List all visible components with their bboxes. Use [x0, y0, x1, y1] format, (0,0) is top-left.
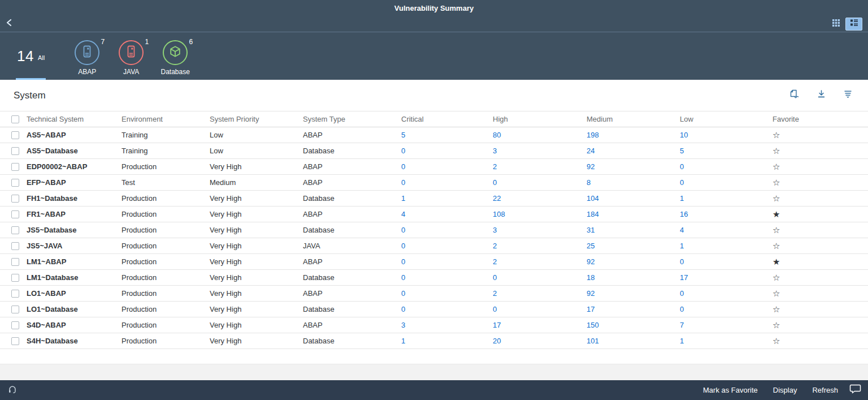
medium-count-link[interactable]: 104 [587, 194, 599, 203]
critical-count-link[interactable]: 0 [401, 226, 405, 234]
table-row[interactable]: JS5~JAVA Production Very High JAVA 0 2 2… [0, 238, 868, 254]
table-row[interactable]: LM1~ABAP Production Very High ABAP 0 2 9… [0, 254, 868, 270]
low-count-link[interactable]: 1 [680, 194, 684, 203]
low-count-link[interactable]: 1 [680, 242, 684, 250]
column-header-favorite[interactable]: Favorite [772, 111, 868, 127]
row-checkbox[interactable] [11, 179, 19, 187]
row-checkbox[interactable] [11, 306, 19, 313]
high-count-link[interactable]: 80 [493, 131, 501, 139]
table-row[interactable]: LM1~Database Production Very High Databa… [0, 270, 868, 286]
critical-count-link[interactable]: 4 [401, 210, 405, 218]
filter-button[interactable] [842, 90, 853, 101]
low-count-link[interactable]: 16 [680, 210, 688, 218]
row-checkbox[interactable] [11, 147, 19, 155]
high-count-link[interactable]: 3 [493, 226, 497, 234]
table-row[interactable]: EFP~ABAP Test Medium ABAP 0 0 8 0 ☆ [0, 175, 868, 191]
row-checkbox[interactable] [11, 242, 19, 250]
table-row[interactable]: JS5~Database Production Very High Databa… [0, 222, 868, 238]
select-all-checkbox[interactable] [11, 115, 19, 123]
low-count-link[interactable]: 17 [680, 273, 688, 282]
high-count-link[interactable]: 3 [493, 147, 497, 155]
table-row[interactable]: FH1~Database Production Very High Databa… [0, 191, 868, 207]
favorite-star-icon[interactable]: ☆ [772, 162, 780, 171]
medium-count-link[interactable]: 25 [587, 242, 594, 250]
table-row[interactable]: AS5~Database Training Low Database 0 3 2… [0, 143, 868, 159]
download-button[interactable] [815, 90, 827, 101]
row-checkbox[interactable] [11, 290, 19, 298]
favorite-star-icon[interactable]: ★ [772, 209, 780, 219]
table-row[interactable]: LO1~ABAP Production Very High ABAP 0 2 9… [0, 286, 868, 302]
filter-tab-all[interactable]: 14 All [16, 32, 46, 80]
high-count-link[interactable]: 2 [493, 257, 497, 266]
critical-count-link[interactable]: 0 [401, 147, 405, 155]
medium-count-link[interactable]: 150 [587, 321, 599, 329]
low-count-link[interactable]: 7 [680, 321, 684, 329]
medium-count-link[interactable]: 92 [587, 289, 594, 298]
column-header-system-priority[interactable]: System Priority [210, 111, 303, 127]
critical-count-link[interactable]: 0 [401, 242, 405, 250]
row-checkbox[interactable] [11, 226, 19, 234]
column-header-medium[interactable]: Medium [587, 111, 680, 127]
low-count-link[interactable]: 10 [680, 131, 688, 139]
high-count-link[interactable]: 0 [493, 273, 497, 282]
row-checkbox[interactable] [11, 337, 19, 345]
table-row[interactable]: FR1~ABAP Production Very High ABAP 4 108… [0, 207, 868, 222]
display-button[interactable]: Display [773, 386, 797, 394]
favorite-star-icon[interactable]: ☆ [772, 146, 780, 156]
column-header-high[interactable]: High [493, 111, 587, 127]
high-count-link[interactable]: 20 [493, 337, 501, 345]
favorite-star-icon[interactable]: ☆ [772, 336, 780, 346]
column-header-technical-system[interactable]: Technical System [27, 111, 121, 127]
high-count-link[interactable]: 108 [493, 210, 505, 218]
favorite-star-icon[interactable]: ☆ [772, 178, 780, 187]
medium-count-link[interactable]: 8 [587, 178, 591, 187]
row-checkbox[interactable] [11, 274, 19, 282]
row-checkbox[interactable] [11, 258, 19, 266]
back-button[interactable] [6, 17, 20, 31]
table-row[interactable]: S4H~Database Production Very High Databa… [0, 333, 868, 349]
favorite-star-icon[interactable]: ☆ [772, 273, 780, 282]
low-count-link[interactable]: 5 [680, 147, 684, 155]
high-count-link[interactable]: 2 [493, 162, 497, 171]
critical-count-link[interactable]: 1 [401, 194, 405, 203]
medium-count-link[interactable]: 198 [587, 131, 599, 139]
low-count-link[interactable]: 0 [680, 257, 684, 266]
medium-count-link[interactable]: 24 [587, 147, 594, 155]
critical-count-link[interactable]: 3 [401, 321, 405, 329]
low-count-link[interactable]: 0 [680, 305, 684, 313]
high-count-link[interactable]: 0 [493, 178, 497, 187]
high-count-link[interactable]: 17 [493, 321, 501, 329]
medium-count-link[interactable]: 184 [587, 210, 599, 218]
mark-as-favorite-button[interactable]: Mark as Favorite [703, 386, 758, 394]
medium-count-link[interactable]: 101 [587, 337, 599, 345]
low-count-link[interactable]: 0 [680, 178, 684, 187]
critical-count-link[interactable]: 0 [401, 273, 405, 282]
support-button[interactable] [8, 385, 17, 396]
high-count-link[interactable]: 22 [493, 194, 501, 203]
filter-tab-java[interactable]: 1 JAVA [109, 32, 153, 80]
medium-count-link[interactable]: 31 [587, 226, 594, 234]
row-checkbox[interactable] [11, 321, 19, 329]
critical-count-link[interactable]: 0 [401, 289, 405, 298]
row-checkbox[interactable] [11, 163, 19, 171]
grid-view-button[interactable] [827, 18, 844, 31]
high-count-link[interactable]: 0 [493, 305, 497, 313]
column-header-environment[interactable]: Environment [121, 111, 210, 127]
low-count-link[interactable]: 1 [680, 337, 684, 345]
critical-count-link[interactable]: 0 [401, 305, 405, 313]
favorite-star-icon[interactable]: ★ [772, 257, 780, 266]
favorite-star-icon[interactable]: ☆ [772, 241, 780, 251]
table-row[interactable]: S4D~ABAP Production Very High ABAP 3 17 … [0, 317, 868, 333]
filter-tab-database[interactable]: 6 Database [153, 32, 197, 80]
table-row[interactable]: EDP00002~ABAP Production Very High ABAP … [0, 159, 868, 175]
medium-count-link[interactable]: 17 [587, 305, 594, 313]
row-checkbox[interactable] [11, 131, 19, 139]
comment-button[interactable] [849, 384, 861, 397]
critical-count-link[interactable]: 0 [401, 257, 405, 266]
low-count-link[interactable]: 0 [680, 289, 684, 298]
critical-count-link[interactable]: 0 [401, 178, 405, 187]
critical-count-link[interactable]: 5 [401, 131, 405, 139]
medium-count-link[interactable]: 92 [587, 162, 594, 171]
medium-count-link[interactable]: 92 [587, 257, 594, 266]
table-row[interactable]: LO1~Database Production Very High Databa… [0, 302, 868, 317]
